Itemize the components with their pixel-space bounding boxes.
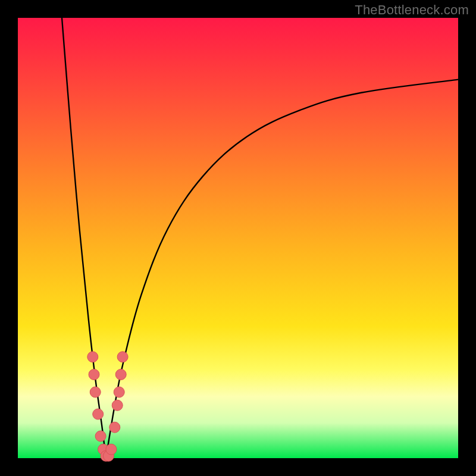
data-marker [106, 444, 117, 455]
data-marker [114, 387, 124, 397]
data-marker [112, 400, 123, 411]
data-marker [109, 422, 120, 433]
data-marker [117, 352, 128, 362]
data-marker [95, 431, 106, 441]
chart-frame: TheBottleneck.com [0, 0, 476, 476]
data-marker [115, 369, 126, 380]
data-marker [89, 369, 99, 380]
watermark-text: TheBottleneck.com [355, 2, 469, 18]
data-marker [90, 387, 101, 397]
data-marker [93, 409, 104, 419]
curve-layer [18, 18, 458, 458]
plot-area [18, 18, 458, 458]
data-marker [87, 352, 98, 362]
bottleneck-curve-right [106, 80, 458, 458]
